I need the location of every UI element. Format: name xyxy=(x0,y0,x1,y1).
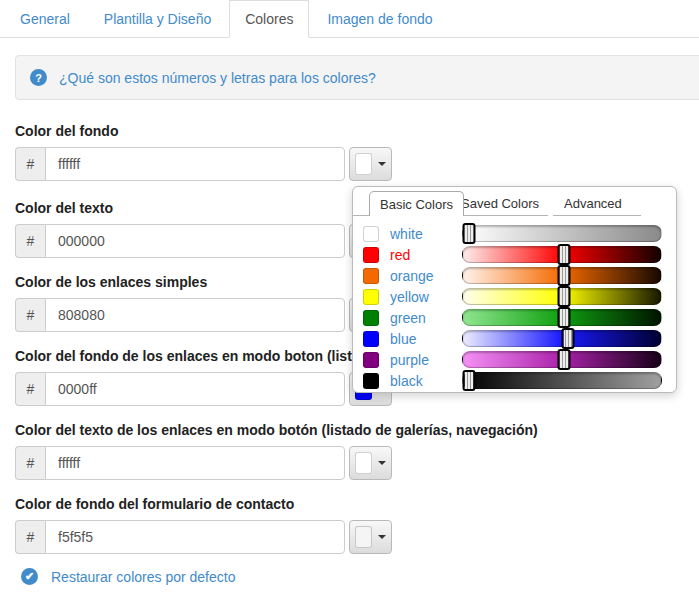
picker-color-row-green: green xyxy=(353,307,676,328)
picker-color-row-orange: orange xyxy=(353,265,676,286)
field-label: Color del fondo xyxy=(15,123,699,139)
picker-color-rows: white red orange xyxy=(353,223,676,391)
picker-color-label[interactable]: blue xyxy=(390,331,448,347)
color-swatch xyxy=(355,452,372,474)
gradient-slider-handle[interactable] xyxy=(561,328,574,349)
picker-color-label[interactable]: green xyxy=(390,310,448,326)
picker-swatch[interactable] xyxy=(363,268,379,284)
check-circle-icon: ✔ xyxy=(21,568,38,585)
gradient-slider-handle[interactable] xyxy=(462,370,475,391)
hash-prefix: # xyxy=(15,446,45,480)
tab-colores[interactable]: Colores xyxy=(229,0,309,38)
gradient-bar[interactable] xyxy=(462,288,662,305)
gradient-bar[interactable] xyxy=(462,225,662,242)
picker-color-label[interactable]: red xyxy=(390,247,448,263)
picker-tabbar: Basic Colors Saved Colors Advanced xyxy=(353,187,676,217)
field-label: Color de fondo del formulario de contact… xyxy=(15,496,699,512)
picker-tab-saved-colors[interactable]: Saved Colors xyxy=(461,196,539,211)
color-swatch-dropdown-button[interactable] xyxy=(349,520,392,554)
colors-help-link[interactable]: ¿Qué son estos números y letras para los… xyxy=(59,70,376,86)
question-circle-icon: ? xyxy=(30,69,47,86)
hex-color-input[interactable] xyxy=(45,147,345,181)
picker-swatch[interactable] xyxy=(363,352,379,368)
color-settings-page: General Plantilla y Diseño Colores Image… xyxy=(0,0,699,599)
tab-underline xyxy=(353,215,369,216)
field-texto-enlaces-boton: Color del texto de los enlaces en modo b… xyxy=(15,422,699,480)
gradient-slider-handle[interactable] xyxy=(557,307,570,328)
picker-swatch[interactable] xyxy=(363,247,379,263)
picker-color-label[interactable]: purple xyxy=(390,352,448,368)
color-swatch xyxy=(355,153,372,175)
color-picker-popup: Basic Colors Saved Colors Advanced white… xyxy=(352,186,677,393)
picker-color-row-white: white xyxy=(353,223,676,244)
field-color-del-fondo: Color del fondo # xyxy=(15,123,699,181)
hash-prefix: # xyxy=(15,147,45,181)
picker-swatch[interactable] xyxy=(363,289,379,305)
picker-color-row-red: red xyxy=(353,244,676,265)
hash-prefix: # xyxy=(15,298,45,332)
gradient-bar[interactable] xyxy=(462,351,662,368)
hex-color-input[interactable] xyxy=(45,298,345,332)
hex-color-input[interactable] xyxy=(45,224,345,258)
gradient-slider-handle[interactable] xyxy=(462,223,475,244)
caret-down-icon xyxy=(378,535,386,539)
picker-swatch[interactable] xyxy=(363,226,379,242)
tab-general[interactable]: General xyxy=(4,0,86,37)
hash-prefix: # xyxy=(15,372,45,406)
picker-color-row-blue: blue xyxy=(353,328,676,349)
restore-link-label: Restaurar colores por defecto xyxy=(51,569,235,585)
hash-prefix: # xyxy=(15,520,45,554)
caret-down-icon xyxy=(378,162,386,166)
color-swatch-dropdown-button[interactable] xyxy=(349,446,392,480)
hex-color-input[interactable] xyxy=(45,446,345,480)
restore-default-colors-link[interactable]: ✔ Restaurar colores por defecto xyxy=(21,568,235,585)
tab-plantilla-y-diseno[interactable]: Plantilla y Diseño xyxy=(88,0,227,37)
gradient-slider-handle[interactable] xyxy=(557,265,570,286)
gradient-bar[interactable] xyxy=(462,330,662,347)
picker-tab-advanced[interactable]: Advanced xyxy=(564,196,622,211)
field-label: Color del texto de los enlaces en modo b… xyxy=(15,422,699,438)
tab-imagen-de-fondo[interactable]: Imagen de fondo xyxy=(311,0,448,37)
tab-underline xyxy=(553,215,641,216)
gradient-bar[interactable] xyxy=(462,246,662,263)
picker-color-label[interactable]: black xyxy=(390,373,448,389)
picker-color-row-black: black xyxy=(353,370,676,391)
caret-down-icon xyxy=(378,461,386,465)
picker-color-label[interactable]: orange xyxy=(390,268,448,284)
gradient-slider-handle[interactable] xyxy=(557,286,570,307)
hex-color-input[interactable] xyxy=(45,372,345,406)
picker-swatch[interactable] xyxy=(363,373,379,389)
gradient-bar[interactable] xyxy=(462,309,662,326)
picker-color-label[interactable]: yellow xyxy=(390,289,448,305)
gradient-slider-handle[interactable] xyxy=(557,244,570,265)
colors-help-alert: ? ¿Qué son estos números y letras para l… xyxy=(15,55,699,100)
hex-color-input[interactable] xyxy=(45,520,345,554)
color-swatch-dropdown-button[interactable] xyxy=(349,147,392,181)
tab-underline xyxy=(453,215,548,216)
picker-tab-basic-colors[interactable]: Basic Colors xyxy=(369,191,464,216)
picker-color-label[interactable]: white xyxy=(390,226,448,242)
settings-tabbar: General Plantilla y Diseño Colores Image… xyxy=(0,0,699,38)
gradient-bar[interactable] xyxy=(462,372,662,389)
color-swatch xyxy=(355,526,372,548)
gradient-slider-handle[interactable] xyxy=(557,349,570,370)
hash-prefix: # xyxy=(15,224,45,258)
picker-color-row-yellow: yellow xyxy=(353,286,676,307)
picker-swatch[interactable] xyxy=(363,310,379,326)
field-fondo-formulario-contacto: Color de fondo del formulario de contact… xyxy=(15,496,699,554)
gradient-bar[interactable] xyxy=(462,267,662,284)
picker-swatch[interactable] xyxy=(363,331,379,347)
picker-color-row-purple: purple xyxy=(353,349,676,370)
